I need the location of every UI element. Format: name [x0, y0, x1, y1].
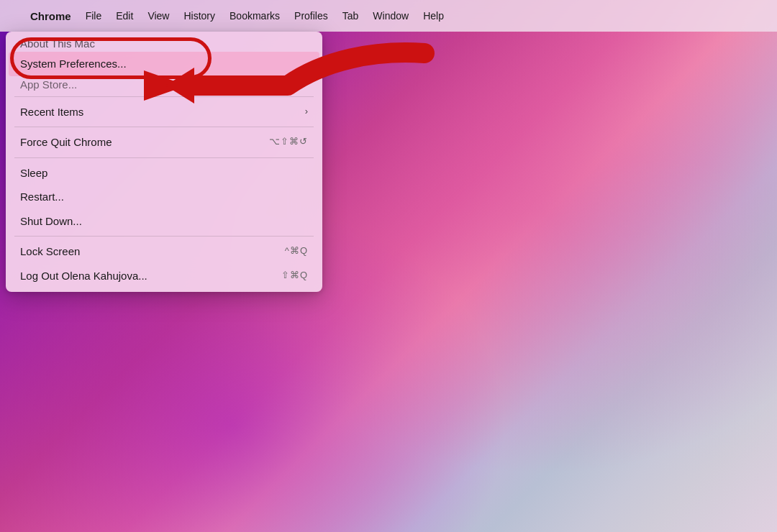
menu-item-restart[interactable]: Restart...	[9, 185, 319, 209]
apple-dropdown-menu: About This Mac System Preferences... App…	[6, 32, 322, 292]
restart-label: Restart...	[20, 190, 64, 204]
menubar-edit[interactable]: Edit	[109, 5, 140, 27]
menu-item-shutdown[interactable]: Shut Down...	[9, 209, 319, 234]
separator-1	[14, 96, 314, 97]
separator-2	[14, 127, 314, 127]
menu-item-lock-screen[interactable]: Lock Screen ^⌘Q	[9, 239, 319, 264]
separator-4	[14, 236, 314, 237]
menubar-tab[interactable]: Tab	[335, 5, 366, 27]
menubar-file[interactable]: File	[78, 5, 109, 27]
about-label: About This Mac	[20, 37, 95, 51]
sleep-label: Sleep	[20, 166, 47, 180]
menu-item-app-store[interactable]: App Store...	[9, 76, 319, 93]
logout-label: Log Out Olena Kahujova...	[20, 269, 147, 283]
force-quit-shortcut: ⌥⇧⌘↺	[269, 136, 308, 148]
system-prefs-label: System Preferences...	[20, 57, 127, 71]
menubar: Chrome File Edit View History Bookmarks …	[0, 0, 777, 32]
logout-shortcut: ⇧⌘Q	[281, 270, 308, 282]
lock-screen-shortcut: ^⌘Q	[285, 245, 308, 257]
force-quit-label: Force Quit Chrome	[20, 135, 112, 150]
menubar-profiles[interactable]: Profiles	[287, 5, 335, 27]
separator-3	[14, 157, 314, 158]
menu-item-about[interactable]: About This Mac	[9, 36, 319, 52]
menubar-bookmarks[interactable]: Bookmarks	[222, 5, 287, 27]
menu-item-system-preferences[interactable]: System Preferences...	[9, 52, 319, 76]
menu-item-sleep[interactable]: Sleep	[9, 161, 319, 185]
menubar-chrome[interactable]: Chrome	[23, 5, 78, 27]
apple-menu-icon[interactable]	[6, 5, 20, 27]
app-store-label: App Store...	[20, 78, 77, 92]
menu-item-force-quit[interactable]: Force Quit Chrome ⌥⇧⌘↺	[9, 130, 319, 155]
menu-item-recent-items[interactable]: Recent Items ›	[9, 100, 319, 124]
menubar-view[interactable]: View	[140, 5, 176, 27]
menubar-help[interactable]: Help	[416, 5, 451, 27]
shutdown-label: Shut Down...	[20, 214, 82, 229]
lock-screen-label: Lock Screen	[20, 244, 80, 259]
recent-items-label: Recent Items	[20, 105, 83, 119]
menubar-window[interactable]: Window	[365, 5, 416, 27]
menu-item-logout[interactable]: Log Out Olena Kahujova... ⇧⌘Q	[9, 264, 319, 288]
menubar-history[interactable]: History	[176, 5, 222, 27]
submenu-arrow-icon: ›	[305, 106, 308, 118]
